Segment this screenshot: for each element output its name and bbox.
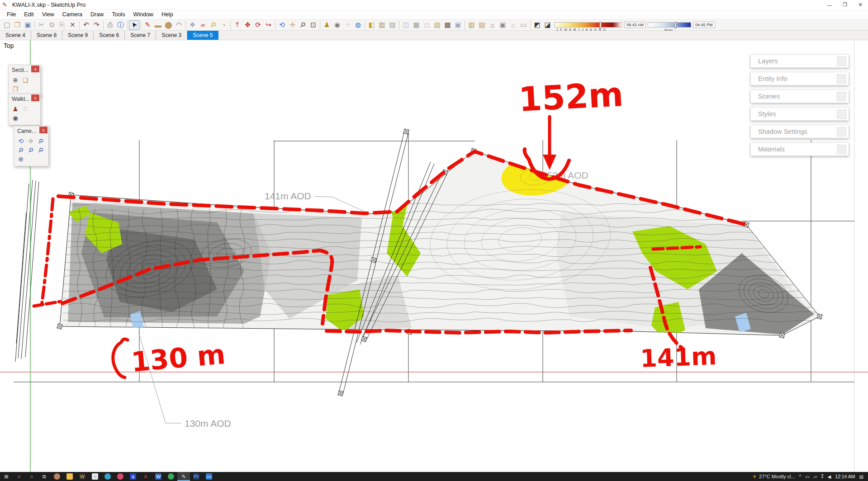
close-button[interactable]: ✕ — [853, 0, 868, 9]
menu-item[interactable]: View — [38, 10, 58, 19]
volume-icon[interactable]: ◀ — [827, 474, 831, 479]
add-location-icon[interactable]: ◍ — [353, 20, 363, 30]
scene-tab[interactable]: Scene 6 — [94, 31, 125, 40]
pink-browser-icon[interactable] — [114, 472, 127, 481]
open-icon[interactable]: ❒ — [12, 20, 23, 30]
protractor-icon[interactable]: ◔ — [218, 20, 229, 30]
word-icon[interactable]: W — [152, 472, 165, 481]
print-icon[interactable]: ⎙ — [105, 20, 115, 30]
menu-item[interactable]: Camera — [58, 10, 86, 19]
shadow-dialog-icon[interactable]: ◩ — [532, 20, 542, 30]
minimize-button[interactable]: — — [822, 0, 837, 9]
sketchup-app-icon[interactable]: ✎ — [177, 472, 190, 481]
textured-cube-icon[interactable]: ▩ — [442, 20, 453, 30]
shadow-start-time[interactable]: 06:43 AM — [624, 22, 646, 28]
line-icon[interactable]: ✎ — [142, 20, 153, 30]
tray-panel-styles[interactable]: Styles — [750, 107, 849, 121]
menu-item[interactable]: File — [3, 10, 20, 19]
wps-app-icon[interactable]: W — [76, 472, 89, 481]
zoom-window-icon[interactable]: ⚲ — [16, 146, 26, 155]
autocad-icon[interactable]: A — [139, 472, 152, 481]
push-pull-icon[interactable]: ⤒ — [232, 20, 242, 30]
tray-panel-scenes[interactable]: Scenes — [750, 90, 849, 103]
shadow-time-slider[interactable]: Noon — [648, 22, 691, 28]
tray-panel-layers[interactable]: Layers — [750, 54, 849, 68]
zoom-extents-icon[interactable]: ⊡ — [308, 20, 318, 30]
network-icon[interactable]: ⁑ — [821, 474, 823, 479]
walk-icon[interactable]: ⁙ — [20, 104, 30, 113]
materials-box-icon[interactable]: ▥ — [377, 20, 387, 30]
eraser-icon[interactable]: ▰ — [198, 20, 208, 30]
panel-expand-button[interactable] — [837, 57, 846, 66]
zoom-icon[interactable]: ⚲ — [36, 137, 46, 146]
scene-tab[interactable]: Scene 3 — [156, 31, 187, 40]
circle-icon[interactable]: ⬤ — [163, 20, 174, 30]
search-icon[interactable]: ○ — [13, 472, 25, 481]
orbit-icon[interactable]: ⟲ — [16, 137, 26, 146]
move-icon[interactable]: ✥ — [242, 20, 253, 30]
shadow-date-slider[interactable]: J F M A M J J A S O N D — [555, 22, 622, 28]
menu-item[interactable]: Help — [157, 10, 177, 19]
panel-expand-button[interactable] — [837, 145, 846, 154]
hidden-line-cube-icon[interactable]: □ — [422, 20, 432, 30]
tray-caret-icon[interactable]: ^ — [799, 474, 802, 479]
cut-icon[interactable]: ✂ — [36, 20, 47, 30]
scene-tab[interactable]: Scene 9 — [62, 31, 94, 40]
look-around-icon[interactable]: ◉ — [332, 20, 342, 30]
next-view-icon[interactable]: ⚲ — [36, 146, 46, 155]
display-section-cuts-icon[interactable]: ❐ — [10, 85, 20, 94]
styles-box-icon[interactable]: ▤ — [387, 20, 398, 30]
battery-icon[interactable]: ▭ — [805, 474, 809, 479]
file-explorer-icon[interactable] — [63, 472, 76, 481]
section-plane-icon[interactable]: ⊕ — [10, 75, 20, 85]
pan-icon[interactable]: ✛ — [26, 137, 36, 146]
orbit-icon[interactable]: ⟲ — [277, 20, 287, 30]
wireframe-cube-icon[interactable]: ▦ — [411, 20, 422, 30]
shadow-end-time[interactable]: 04:45 PM — [693, 22, 715, 28]
save-icon[interactable]: ▣ — [23, 20, 33, 30]
select-icon[interactable]: ➤ — [129, 20, 139, 30]
scene-tab[interactable]: Scene 4 — [0, 31, 31, 40]
drawing-canvas[interactable]: Top — [0, 40, 868, 472]
adobe-app-icon[interactable]: a — [127, 472, 139, 481]
cortana-icon[interactable]: ○ — [25, 472, 38, 481]
shaded-cube-icon[interactable]: ▧ — [432, 20, 442, 30]
position-camera-icon[interactable]: ♟ — [10, 104, 20, 113]
weather-widget[interactable]: ☀ 27°C Mostly cl... — [752, 474, 795, 480]
panel-expand-button[interactable] — [837, 127, 846, 137]
panel-expand-button[interactable] — [837, 92, 846, 101]
model-info-icon[interactable]: ⓘ — [115, 20, 126, 30]
previous-view-icon[interactable]: ⚲ — [26, 146, 36, 155]
scene-tab[interactable]: Scene 8 — [31, 31, 62, 40]
edge-browser-icon[interactable] — [101, 472, 114, 481]
menu-item[interactable]: Window — [129, 10, 157, 19]
close-icon[interactable]: x — [31, 66, 39, 72]
tray-panel-entity-info[interactable]: Entity Info — [750, 72, 849, 85]
rotate-icon[interactable]: ⟳ — [253, 20, 263, 30]
floppy-icon[interactable]: ▣ — [498, 20, 508, 30]
menu-item[interactable]: Edit — [20, 10, 38, 19]
house-icon[interactable]: ⌂ — [487, 20, 498, 30]
panel-icon[interactable]: ▭ — [518, 20, 529, 30]
pan-icon[interactable]: ✛ — [287, 20, 298, 30]
panel-expand-button[interactable] — [837, 109, 846, 119]
make-component-icon[interactable]: ❖ — [187, 20, 198, 30]
rectangle-icon[interactable]: ▬ — [153, 20, 163, 30]
tape-measure-icon[interactable]: ⚲ — [208, 20, 218, 30]
notification-center-icon[interactable]: ▤ — [859, 474, 863, 479]
menu-item[interactable]: Draw — [86, 10, 108, 19]
task-view-icon[interactable]: ⧉ — [38, 472, 51, 481]
roof-icon[interactable]: ⌂ — [508, 20, 518, 30]
position-camera-icon[interactable]: ♟ — [322, 20, 332, 30]
look-around-icon[interactable]: ◉ — [10, 113, 20, 123]
undo-icon[interactable]: ↶ — [81, 20, 91, 30]
drawer-icon[interactable]: ▤ — [477, 20, 487, 30]
tray-panel-shadow-settings[interactable]: Shadow Settings — [750, 125, 849, 138]
close-icon[interactable]: x — [39, 127, 47, 133]
erase-icon[interactable]: ✕ — [67, 20, 78, 30]
zoom-icon[interactable]: ⚲ — [298, 20, 308, 30]
offset-icon[interactable]: ↪ — [263, 20, 274, 30]
display-section-planes-icon[interactable]: ❏ — [20, 75, 30, 85]
tray-panel-materials[interactable]: Materials — [750, 142, 849, 156]
close-icon[interactable]: x — [31, 94, 39, 101]
